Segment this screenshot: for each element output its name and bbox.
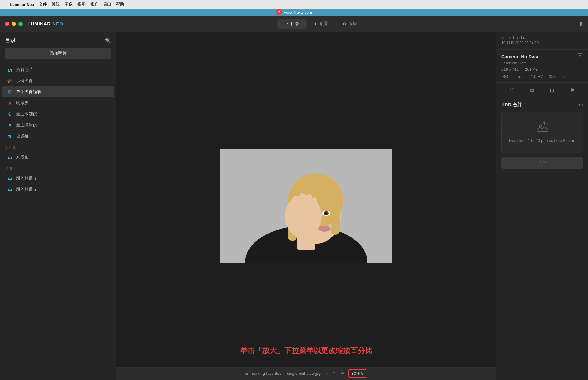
tab-edit[interactable]: ⚙ 编辑 — [335, 19, 364, 28]
menu-edit[interactable]: 编辑 — [52, 2, 60, 7]
logo-luminar: LUMINAR NEO — [28, 21, 63, 26]
menu-window[interactable]: 窗口 — [103, 2, 111, 7]
sidebar-item-sample-images[interactable]: 🎓 示例图像 — [2, 75, 114, 86]
sidebar-item-recent-edited[interactable]: ≡ 最近编辑的 — [2, 120, 114, 131]
right-panel: en-marking-fa... 19 11月 2022 09:34:19 Ca… — [496, 32, 588, 380]
panel-info: en-marking-fa... 19 11月 2022 09:34:19 — [496, 32, 588, 50]
svg-point-18 — [327, 220, 328, 221]
close-button[interactable] — [5, 22, 9, 26]
annotation-text: 单击「放大」下拉菜单以更改缩放百分比 — [240, 346, 372, 355]
meta-dimensions: 619 x 411 — [501, 67, 519, 72]
meta-filesize: 201 KB — [525, 67, 538, 72]
sidebar-item-album2[interactable]: 🗂 新的相册 2 — [2, 184, 114, 195]
menu-view[interactable]: 视图 — [77, 2, 85, 7]
main-canvas: 单击「放大」下拉菜单以更改缩放百分比 en-marking-favorites-… — [116, 32, 496, 380]
watermark-bar: Z www.MacZ.com — [0, 9, 588, 16]
panel-actions: ♡ ⧉ ⊡ ⚑ — [496, 83, 588, 98]
album1-icon: 🗂 — [7, 176, 13, 181]
help-button[interactable]: ? — [577, 53, 583, 59]
meta-exif: ISO - - mm -1.0 EV f/0.7 - s — [501, 74, 583, 79]
action-flag[interactable]: ⚑ — [569, 86, 576, 95]
status-filename: en-marking-favorites-in-single-edit-view… — [245, 371, 321, 376]
menu-file[interactable]: 文件 — [39, 2, 47, 7]
svg-rect-19 — [537, 123, 548, 131]
app-name: Luminar Neo — [10, 2, 34, 7]
app-logo: LUMINAR NEO — [28, 21, 63, 26]
zoom-value: 80% — [352, 371, 360, 376]
close-icon[interactable]: ✕ — [332, 371, 336, 376]
action-copy[interactable]: ⧉ — [529, 86, 535, 95]
svg-point-15 — [318, 226, 331, 232]
hdr-header: HDR 合并 ⚙ — [501, 102, 583, 108]
svg-point-16 — [329, 217, 330, 218]
exif-mm: - mm — [515, 74, 525, 79]
share-button[interactable]: ⬆ — [579, 21, 583, 27]
tab-catalog[interactable]: 🗂 目录 — [277, 19, 307, 28]
hdr-drop-text: Drag from 1 to 10 photos here to start — [509, 138, 575, 144]
favorites-icon: ♥ — [7, 101, 13, 106]
sidebar-title: 目录 — [5, 37, 16, 44]
menu-image[interactable]: 图像 — [65, 2, 73, 7]
maximize-button[interactable] — [18, 22, 23, 26]
watermark-url: www.MacZ.com — [284, 10, 312, 15]
hdr-section: HDR 合并 ⚙ Drag from 1 to 10 photos here t… — [496, 98, 588, 172]
panel-datetime: 19 11月 2022 09:34:19 — [501, 40, 583, 46]
album2-icon: 🗂 — [7, 187, 13, 192]
section-label-folder: 文件夹 — [0, 142, 116, 152]
menu-account[interactable]: 账户 — [90, 2, 98, 7]
action-stack[interactable]: ⊡ — [548, 86, 556, 95]
landscape-icon: 🗂 — [7, 155, 13, 160]
action-heart[interactable]: ♡ — [508, 86, 515, 95]
hdr-merge-button[interactable]: 合并 — [501, 157, 583, 169]
exif-f: f/0.7 — [548, 74, 555, 79]
meta-camera: Camera: No Data — [501, 54, 538, 59]
menu-help[interactable]: 帮助 — [116, 2, 124, 7]
svg-rect-11 — [312, 197, 317, 214]
hdr-drop-zone[interactable]: Drag from 1 to 10 photos here to start — [501, 112, 583, 153]
hdr-settings-icon[interactable]: ⚙ — [579, 102, 583, 108]
recent-edited-icon: ≡ — [7, 123, 13, 128]
exif-ev: -1.0 EV — [530, 74, 543, 79]
title-bar: LUMINAR NEO 🗂 目录 ✦ 预置 ⚙ 编辑 ⬆ — [0, 16, 588, 32]
eye-icon[interactable]: 👁 — [340, 371, 344, 376]
minimize-button[interactable] — [12, 22, 16, 26]
zoom-button[interactable]: 80% ∨ — [348, 369, 368, 378]
add-photo-button[interactable]: 添加照片 — [5, 48, 111, 59]
sidebar-item-trash[interactable]: 🗑 垃圾桶 — [2, 131, 114, 142]
status-bar: en-marking-favorites-in-single-edit-view… — [116, 367, 496, 380]
title-tabs: 🗂 目录 ✦ 预置 ⚙ 编辑 — [277, 19, 364, 28]
content-area: 目录 🔍 添加照片 🗂 所有照片 🎓 示例图像 ⊞ 单个图像编辑 ♥ — [0, 32, 588, 380]
heart-icon[interactable]: ♡ — [324, 371, 328, 376]
svg-point-20 — [539, 125, 542, 127]
recent-added-icon: ⊕ — [7, 111, 13, 117]
tab-preset[interactable]: ✦ 预置 — [307, 19, 335, 28]
exif-iso: ISO - — [501, 74, 511, 79]
panel-meta: Camera: No Data ? Lens: No Data 619 x 41… — [496, 50, 588, 83]
svg-rect-6 — [331, 198, 340, 235]
svg-rect-8 — [292, 196, 298, 215]
sidebar-item-album1[interactable]: 🗂 新的相册 1 — [2, 173, 114, 184]
sidebar-item-favorites[interactable]: ♥ 收藏夹 — [2, 97, 114, 108]
single-edit-icon: ⊞ — [7, 89, 13, 95]
mac-menu-bar: Luminar Neo 文件 编辑 图像 视图 账户 窗口 帮助 — [0, 0, 588, 9]
chevron-down-icon: ∨ — [361, 371, 364, 376]
edit-icon: ⚙ — [343, 21, 347, 26]
sidebar: 目录 🔍 添加照片 🗂 所有照片 🎓 示例图像 ⊞ 单个图像编辑 ♥ — [0, 32, 116, 380]
sidebar-header: 目录 🔍 — [0, 37, 116, 48]
section-label-album: 相册 — [0, 163, 116, 173]
sidebar-item-landscape[interactable]: 🗂 风景图 — [2, 152, 114, 163]
panel-filename: en-marking-fa... — [501, 36, 583, 40]
meta-camera-row: Camera: No Data ? — [501, 53, 583, 59]
preset-icon: ✦ — [314, 21, 318, 26]
svg-rect-9 — [300, 193, 305, 213]
sidebar-nav: 🗂 所有照片 🎓 示例图像 ⊞ 单个图像编辑 ♥ 收藏夹 ⊕ 最近添加的 — [0, 64, 116, 375]
catalog-icon: 🗂 — [285, 21, 289, 26]
meta-lens: Lens: No Data — [501, 61, 583, 65]
sidebar-item-recent-added[interactable]: ⊕ 最近添加的 — [2, 108, 114, 120]
search-icon[interactable]: 🔍 — [105, 38, 111, 44]
menu-items: 文件 编辑 图像 视图 账户 窗口 帮助 — [39, 2, 124, 7]
sidebar-item-all-photos[interactable]: 🗂 所有照片 — [2, 64, 114, 75]
sidebar-item-single-edit[interactable]: ⊞ 单个图像编辑 — [2, 86, 114, 97]
svg-rect-10 — [307, 194, 312, 213]
app-window: LUMINAR NEO 🗂 目录 ✦ 预置 ⚙ 编辑 ⬆ 目录 🔍 — [0, 16, 588, 380]
